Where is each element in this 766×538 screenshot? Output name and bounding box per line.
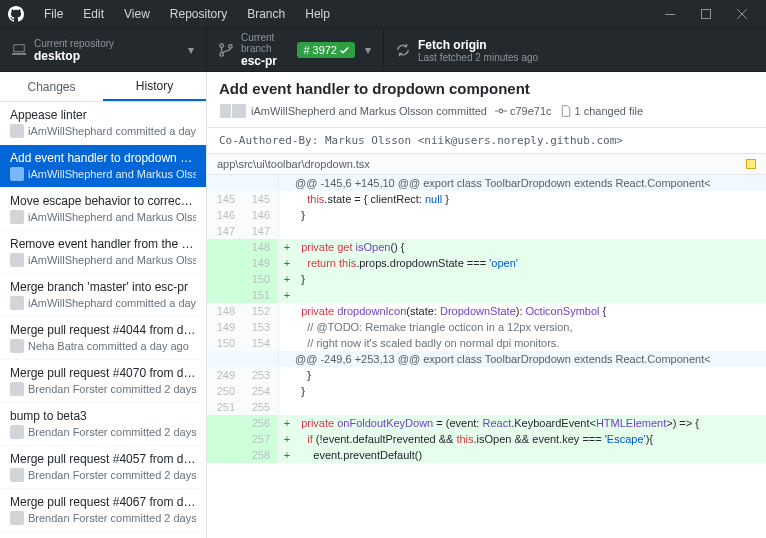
- diff-line: 256+ private onFoldoutKeyDown = (event: …: [207, 415, 766, 431]
- diff-line: 151+: [207, 287, 766, 303]
- commit-list[interactable]: Appease linteriAmWillShephard committed …: [0, 102, 206, 538]
- commit-item-meta: Brendan Forster committed 2 days ago: [10, 511, 196, 525]
- commit-item-title: Merge pull request #4070 from desktop/…: [10, 366, 196, 380]
- commit-title: Add event handler to dropdown component: [219, 80, 754, 97]
- avatar: [10, 167, 24, 181]
- avatar: [10, 210, 24, 224]
- diff-line: 258+ event.preventDefault(): [207, 447, 766, 463]
- commit-item-meta: iAmWillShepherd and Markus Olsson co…: [10, 253, 196, 267]
- avatar: [10, 296, 24, 310]
- avatar: [10, 511, 24, 525]
- diff-line: 257+ if (!event.defaultPrevented && this…: [207, 431, 766, 447]
- commit-item[interactable]: Appease linteriAmWillShephard committed …: [0, 102, 206, 145]
- menu-repository[interactable]: Repository: [162, 5, 235, 23]
- commit-item[interactable]: Release to 1.1.0-beta2Brendan Forster co…: [0, 532, 206, 538]
- app-menu: FileEditViewRepositoryBranchHelp: [36, 5, 338, 23]
- avatar: [10, 468, 24, 482]
- commit-item-title: Merge pull request #4067 from desktop/…: [10, 495, 196, 509]
- commit-item[interactable]: Remove event handler from the branches…i…: [0, 231, 206, 274]
- diff-line: 149153 // @TODO: Remake triangle octicon…: [207, 319, 766, 335]
- diff-line: 249253 }: [207, 367, 766, 383]
- maximize-button[interactable]: [690, 4, 722, 24]
- commit-item-meta: Neha Batra committed a day ago: [10, 339, 196, 353]
- menu-file[interactable]: File: [36, 5, 71, 23]
- commit-item-title: Appease linter: [10, 108, 196, 122]
- menu-view[interactable]: View: [116, 5, 158, 23]
- menu-branch[interactable]: Branch: [239, 5, 293, 23]
- git-branch-icon: [219, 43, 233, 57]
- commit-item[interactable]: bump to beta3Brendan Forster committed 2…: [0, 403, 206, 446]
- author-avatars: [219, 103, 243, 119]
- file-header[interactable]: app\src\ui\toolbar\dropdown.tsx: [207, 154, 766, 175]
- titlebar: FileEditViewRepositoryBranchHelp: [0, 0, 766, 28]
- svg-rect-1: [702, 10, 711, 19]
- commit-sha[interactable]: c79e71c: [495, 105, 552, 117]
- sync-icon: [396, 43, 410, 57]
- diff-line: 149+ return this.props.dropdownState ===…: [207, 255, 766, 271]
- chevron-down-icon: ▾: [188, 43, 194, 57]
- diff-icon: [560, 105, 572, 117]
- commit-item[interactable]: Merge branch 'master' into esc-priAmWill…: [0, 274, 206, 317]
- modified-indicator: [746, 159, 756, 169]
- tab-changes[interactable]: Changes: [0, 72, 103, 101]
- topbar: Current repositorydesktop ▾ Current bran…: [0, 28, 766, 72]
- sidebar-tabs: Changes History: [0, 72, 206, 102]
- tab-history[interactable]: History: [103, 72, 206, 101]
- commit-item-meta: Brendan Forster committed 2 days ago: [10, 425, 196, 439]
- diff-line: 145145 this.state = { clientRect: null }: [207, 191, 766, 207]
- diff-line: 150154 // right now it's scaled badly on…: [207, 335, 766, 351]
- commit-item-meta: Brendan Forster committed 2 days ago: [10, 468, 196, 482]
- diff-line: 148152 private dropdownIcon(state: Dropd…: [207, 303, 766, 319]
- computer-icon: [12, 43, 26, 57]
- commit-item-title: Merge pull request #4044 from desktop/…: [10, 323, 196, 337]
- avatar: [10, 425, 24, 439]
- menu-help[interactable]: Help: [297, 5, 338, 23]
- commit-item[interactable]: Merge pull request #4044 from desktop/…N…: [0, 317, 206, 360]
- svg-rect-0: [665, 14, 675, 15]
- diff-line: @@ -249,6 +253,13 @@ export class Toolba…: [207, 351, 766, 367]
- commit-item-title: Remove event handler from the branches…: [10, 237, 196, 251]
- commit-icon: [495, 105, 507, 117]
- chevron-down-icon: ▾: [365, 43, 371, 57]
- diff-line: 250254 }: [207, 383, 766, 399]
- minimize-button[interactable]: [654, 4, 686, 24]
- commit-item-title: Move escape behavior to correct compo…: [10, 194, 196, 208]
- commit-item[interactable]: Merge pull request #4070 from desktop/…B…: [0, 360, 206, 403]
- repo-selector[interactable]: Current repositorydesktop ▾: [0, 29, 207, 71]
- commit-item[interactable]: Merge pull request #4067 from desktop/…B…: [0, 489, 206, 532]
- files-changed[interactable]: 1 changed file: [560, 105, 644, 117]
- avatar: [10, 382, 24, 396]
- commit-item-meta: iAmWillShepherd and Markus Olsson co…: [10, 167, 196, 181]
- diff-line: 251255: [207, 399, 766, 415]
- commit-header: Add event handler to dropdown component …: [207, 72, 766, 128]
- commit-item-title: Add event handler to dropdown compon…: [10, 151, 196, 165]
- branch-selector[interactable]: Current branchesc-pr 3972 ▾: [207, 29, 384, 71]
- pr-badge: 3972: [297, 42, 355, 58]
- coauthor-line: Co-Authored-By: Markus Olsson <niik@user…: [207, 128, 766, 154]
- commit-item-title: Merge pull request #4057 from desktop/…: [10, 452, 196, 466]
- commit-item-meta: iAmWillShephard committed a day ago: [10, 296, 196, 310]
- fetch-button[interactable]: Fetch originLast fetched 2 minutes ago: [384, 29, 766, 71]
- diff-line: @@ -145,6 +145,10 @@ export class Toolba…: [207, 175, 766, 191]
- diff-view[interactable]: @@ -145,6 +145,10 @@ export class Toolba…: [207, 175, 766, 538]
- commit-item-title: Merge branch 'master' into esc-pr: [10, 280, 196, 294]
- commit-item-meta: iAmWillShepherd and Markus Olsson co…: [10, 210, 196, 224]
- diff-line: 148+ private get isOpen() {: [207, 239, 766, 255]
- commit-authors: iAmWillShepherd and Markus Olsson commit…: [251, 105, 487, 117]
- commit-item-meta: Brendan Forster committed 2 days ago: [10, 382, 196, 396]
- github-icon: [8, 6, 24, 22]
- avatar: [10, 253, 24, 267]
- diff-line: 146146 }: [207, 207, 766, 223]
- menu-edit[interactable]: Edit: [75, 5, 112, 23]
- diff-line: 147147: [207, 223, 766, 239]
- svg-point-2: [499, 109, 503, 113]
- commit-item-title: bump to beta3: [10, 409, 196, 423]
- commit-item[interactable]: Merge pull request #4057 from desktop/…B…: [0, 446, 206, 489]
- avatar: [10, 124, 24, 138]
- close-button[interactable]: [726, 4, 758, 24]
- commit-item-meta: iAmWillShephard committed a day ago: [10, 124, 196, 138]
- commit-item[interactable]: Add event handler to dropdown compon…iAm…: [0, 145, 206, 188]
- avatar: [10, 339, 24, 353]
- file-path: app\src\ui\toolbar\dropdown.tsx: [217, 158, 370, 170]
- commit-item[interactable]: Move escape behavior to correct compo…iA…: [0, 188, 206, 231]
